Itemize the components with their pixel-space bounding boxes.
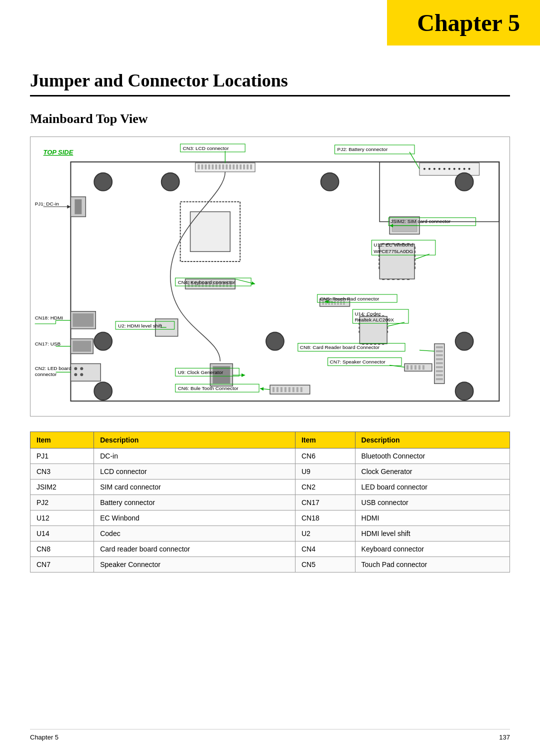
svg-rect-125 xyxy=(418,365,420,370)
svg-rect-25 xyxy=(232,164,234,170)
svg-text:WPCE775LA0DG: WPCE775LA0DG xyxy=(374,248,413,254)
svg-rect-41 xyxy=(378,258,380,261)
svg-text:U14: Codec: U14: Codec xyxy=(354,311,381,316)
svg-text:TOP SIDE: TOP SIDE xyxy=(44,148,74,156)
svg-rect-121 xyxy=(404,364,432,371)
svg-rect-56 xyxy=(382,279,384,280)
desc-cell: Bluetooth Connector xyxy=(355,448,510,464)
svg-text:CN5: Touch Pad connector: CN5: Touch Pad connector xyxy=(320,296,380,302)
svg-rect-115 xyxy=(436,366,443,368)
svg-text:Realtek ALC269X: Realtek ALC269X xyxy=(354,317,394,322)
svg-rect-127 xyxy=(70,364,100,381)
svg-rect-16 xyxy=(201,164,203,170)
table-row: PJ1 DC-in CN6 Bluetooth Connector xyxy=(30,448,510,464)
svg-rect-32 xyxy=(74,200,82,214)
svg-line-180 xyxy=(387,322,404,326)
item-cell: CN7 xyxy=(30,557,94,572)
svg-rect-117 xyxy=(436,374,443,376)
svg-rect-95 xyxy=(387,327,388,329)
svg-rect-108 xyxy=(382,344,384,345)
item-cell: CN4 xyxy=(295,542,355,557)
svg-point-131 xyxy=(80,373,83,376)
svg-rect-42 xyxy=(378,262,380,265)
svg-rect-141 xyxy=(296,387,298,392)
svg-point-145 xyxy=(321,173,339,191)
svg-line-167 xyxy=(235,279,255,284)
desc-cell: HDMI level shift xyxy=(355,526,510,542)
section-title: Mainboard Top View xyxy=(30,112,510,126)
svg-rect-61 xyxy=(407,279,410,280)
table-row: PJ2 Battery connector CN17 USB connector xyxy=(30,495,510,510)
svg-rect-26 xyxy=(236,164,238,170)
svg-rect-122 xyxy=(406,365,408,370)
svg-rect-118 xyxy=(436,378,443,380)
svg-text:CN6: Bule Tooth Connector: CN6: Bule Tooth Connector xyxy=(178,386,239,391)
svg-rect-139 xyxy=(288,387,290,392)
svg-text:U2: HDMI level shift: U2: HDMI level shift xyxy=(118,323,162,328)
svg-line-184 xyxy=(420,350,434,351)
svg-line-163 xyxy=(416,254,430,259)
svg-rect-126 xyxy=(422,365,424,370)
svg-rect-17 xyxy=(204,164,206,170)
svg-rect-57 xyxy=(387,279,390,280)
desc-cell: EC Winbond xyxy=(94,510,296,526)
item-cell: PJ2 xyxy=(30,495,94,510)
svg-text:CN8: Card Reader board Connect: CN8: Card Reader board Connector xyxy=(300,344,380,350)
svg-rect-30 xyxy=(250,164,252,170)
svg-text:connector: connector xyxy=(35,372,57,377)
svg-point-7 xyxy=(438,168,440,170)
svg-rect-138 xyxy=(284,387,286,392)
col3-header: Item xyxy=(295,432,355,448)
svg-rect-92 xyxy=(358,331,360,333)
item-cell: CN17 xyxy=(295,495,355,510)
svg-rect-29 xyxy=(246,164,248,170)
item-cell: U2 xyxy=(295,526,355,542)
svg-text:CN17: USB: CN17: USB xyxy=(35,341,61,346)
svg-point-149 xyxy=(456,332,474,350)
svg-rect-24 xyxy=(229,164,231,170)
svg-point-128 xyxy=(74,367,77,370)
svg-rect-19 xyxy=(212,164,214,170)
svg-rect-140 xyxy=(292,387,294,392)
svg-point-129 xyxy=(80,367,83,370)
table-row: CN3 LCD connector U9 Clock Generator xyxy=(30,464,510,480)
svg-point-150 xyxy=(94,382,112,400)
svg-rect-116 xyxy=(436,370,443,372)
item-cell: U12 xyxy=(30,510,94,526)
svg-point-130 xyxy=(74,373,77,376)
svg-rect-114 xyxy=(436,362,443,364)
item-cell: U14 xyxy=(30,526,94,542)
desc-cell: Keyboard connector xyxy=(355,542,510,557)
svg-rect-22 xyxy=(222,164,224,170)
svg-rect-48 xyxy=(414,262,416,265)
table-row: JSIM2 SIM card connector CN2 LED board c… xyxy=(30,480,510,495)
footer-left: Chapter 5 xyxy=(30,734,58,741)
svg-point-4 xyxy=(424,168,426,170)
svg-rect-135 xyxy=(272,387,274,392)
desc-cell: HDMI xyxy=(355,510,510,526)
item-cell: JSIM2 xyxy=(30,480,94,495)
desc-cell: Battery connector xyxy=(94,495,296,510)
svg-rect-120 xyxy=(72,341,91,352)
col1-header: Item xyxy=(30,432,94,448)
svg-rect-137 xyxy=(280,387,282,392)
item-cell: CN5 xyxy=(295,557,355,572)
svg-text:U12: EC Winbond: U12: EC Winbond xyxy=(374,242,414,248)
svg-point-9 xyxy=(448,168,450,170)
svg-rect-86 xyxy=(72,314,94,327)
svg-point-6 xyxy=(434,168,436,170)
desc-cell: Card reader board connector xyxy=(94,542,296,557)
svg-point-8 xyxy=(444,168,446,170)
svg-point-147 xyxy=(94,332,112,350)
desc-cell: Clock Generator xyxy=(355,464,510,480)
svg-rect-60 xyxy=(402,279,404,280)
page-footer: Chapter 5 137 xyxy=(30,729,510,741)
main-content: Jumper and Connector Locations Mainboard… xyxy=(0,0,540,618)
col2-header: Description xyxy=(94,432,296,448)
svg-rect-49 xyxy=(414,266,416,269)
svg-line-198 xyxy=(260,388,270,390)
connector-table: Item Description Item Description PJ1 DC… xyxy=(30,432,510,572)
svg-rect-45 xyxy=(414,250,416,253)
svg-point-13 xyxy=(468,168,470,170)
chapter-header: Chapter 5 xyxy=(387,0,540,46)
